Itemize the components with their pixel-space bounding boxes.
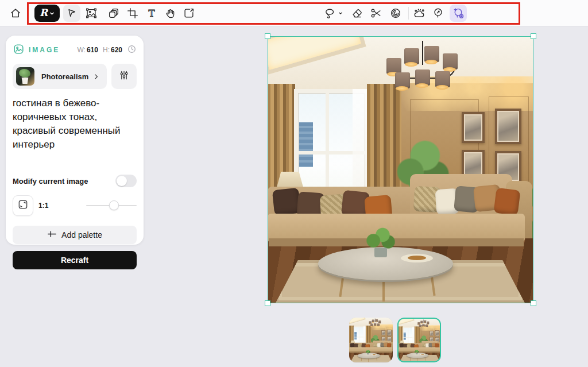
background-tool-button[interactable] <box>411 5 428 22</box>
home-icon <box>9 7 22 20</box>
hand-tool-icon <box>164 7 176 20</box>
style-row: Photorealism <box>13 64 137 89</box>
selection-handle-top-right[interactable] <box>531 33 536 39</box>
slider-knob[interactable] <box>109 200 119 210</box>
size-slider[interactable] <box>86 200 137 211</box>
plus-icon <box>47 230 57 240</box>
crop-tool-button[interactable] <box>124 5 141 22</box>
image-upload-icon <box>183 7 195 20</box>
chevron-right-icon <box>92 73 100 80</box>
toolbar: R T <box>0 0 588 26</box>
lasso-tool-button[interactable] <box>320 5 346 22</box>
svg-text:T: T <box>148 8 154 19</box>
recraft-app: R T <box>0 0 588 367</box>
panel-title: IMAGE <box>29 46 60 54</box>
style-settings-button[interactable] <box>111 64 137 89</box>
aspect-ratio-icon <box>17 199 29 213</box>
recraft-generate-button[interactable]: Recraft <box>13 251 137 269</box>
text-tool-icon: T <box>145 7 158 20</box>
generated-image[interactable] <box>268 36 533 303</box>
variant-thumbnail-1[interactable] <box>349 318 393 362</box>
add-palette-label: Add palette <box>61 230 102 239</box>
selection-handle-bottom-left[interactable] <box>265 300 270 306</box>
cursor-tool-button[interactable] <box>63 5 80 22</box>
image-upload-tool-button[interactable] <box>180 5 198 22</box>
living-room-render <box>268 36 533 303</box>
variant-thumbnail-2-selected[interactable] <box>397 318 441 362</box>
living-room-render <box>349 318 393 362</box>
blur-tool-icon <box>389 7 402 20</box>
layers-tool-button[interactable] <box>105 5 122 22</box>
ai-magic-tool-icon <box>452 7 465 20</box>
scissors-tool-button[interactable] <box>368 5 385 22</box>
selection-handle-bottom-right[interactable] <box>531 300 536 306</box>
hand-tool-button[interactable] <box>161 5 179 22</box>
width-label: W: <box>77 46 85 54</box>
panel-header: IMAGE W:610 H:620 <box>13 44 137 56</box>
living-room-render <box>399 319 441 362</box>
prompt-input[interactable]: гостиная в бежево-коричневых тонах, крас… <box>13 96 134 160</box>
height-label: H: <box>103 46 110 54</box>
aspect-ratio-button[interactable] <box>13 195 33 216</box>
history-clock-icon <box>127 44 137 56</box>
chevron-down-icon <box>338 11 343 16</box>
image-frame-tool-button[interactable] <box>83 5 100 22</box>
sliders-icon <box>118 69 130 83</box>
modify-row: Modify current image <box>13 175 137 187</box>
layer-type-badge: IMAGE <box>13 43 60 57</box>
modify-label: Modify current image <box>13 177 88 186</box>
recraft-logo: R <box>40 8 48 18</box>
crop-tool-icon <box>126 7 139 20</box>
layers-tool-icon <box>107 7 120 20</box>
toolbar-divider <box>408 7 409 20</box>
style-name: Photorealism <box>41 72 88 81</box>
eraser-tool-button[interactable] <box>349 5 366 22</box>
height-value: 620 <box>111 46 122 54</box>
inflate-tool-button[interactable] <box>430 5 447 22</box>
selection-handle-top-left[interactable] <box>265 33 270 39</box>
history-button[interactable] <box>127 44 137 56</box>
ai-magic-tool-button[interactable] <box>450 5 467 22</box>
image-badge-icon <box>13 43 25 57</box>
blur-tool-button[interactable] <box>387 5 404 22</box>
text-tool-button[interactable]: T <box>143 5 160 22</box>
scissors-tool-icon <box>370 7 382 20</box>
cursor-tool-icon <box>66 7 78 19</box>
style-thumbnail <box>16 67 34 86</box>
modify-toggle[interactable] <box>115 175 137 187</box>
recraft-menu-button[interactable]: R <box>34 5 60 22</box>
image-frame-tool-icon <box>85 7 98 20</box>
style-selector[interactable]: Photorealism <box>13 64 107 89</box>
background-tool-icon <box>413 7 426 20</box>
image-settings-panel: IMAGE W:610 H:620 Photorealism гостиная … <box>6 36 144 245</box>
aspect-ratio-value: 1:1 <box>38 202 48 210</box>
lasso-tool-icon <box>324 7 338 20</box>
eraser-tool-icon <box>351 7 363 20</box>
toggle-knob <box>117 176 127 186</box>
aspect-ratio-row: 1:1 <box>13 195 137 216</box>
home-button[interactable] <box>7 5 24 22</box>
chevron-down-icon <box>49 8 55 18</box>
dimensions-readout: W:610 H:620 <box>77 46 122 54</box>
width-value: 610 <box>87 46 98 54</box>
inflate-tool-icon <box>432 7 444 20</box>
add-palette-button[interactable]: Add palette <box>13 226 137 244</box>
